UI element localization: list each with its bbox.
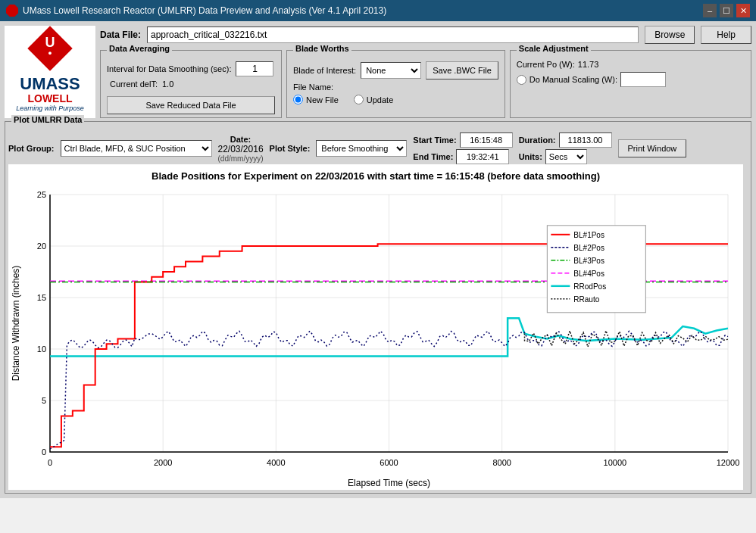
manual-scale-input[interactable] — [620, 72, 666, 87]
blade-worths-title: Blade Worths — [293, 44, 351, 53]
minimize-button[interactable]: – — [703, 4, 717, 17]
current-po-value: 11.73 — [578, 60, 599, 69]
data-averaging-title: Data Averaging — [107, 44, 172, 53]
scale-adjustment-title: Scale Adjustment — [517, 44, 591, 53]
current-po-label: Current Po (W): — [517, 60, 575, 69]
start-time-input[interactable] — [460, 132, 513, 148]
duration-input[interactable] — [559, 132, 612, 148]
app-icon — [6, 5, 18, 17]
new-file-radio[interactable] — [293, 95, 303, 104]
maximize-button[interactable]: ☐ — [720, 4, 733, 17]
save-bwc-button[interactable]: Save .BWC File — [426, 61, 498, 79]
update-label: Update — [367, 95, 393, 104]
update-radio[interactable] — [354, 95, 364, 104]
current-delt-label: Current delT: — [110, 79, 158, 89]
blade-of-interest-label: Blade of Interest: — [293, 66, 356, 75]
data-averaging-panel: Data Averaging Interval for Data Smoothi… — [100, 50, 282, 118]
browse-button[interactable]: Browse — [645, 26, 695, 44]
svg-rect-0 — [6, 5, 18, 17]
do-manual-label: Do Manual Scaling (W): — [530, 75, 617, 84]
interval-input[interactable] — [236, 61, 273, 76]
plot-section: Plot UMLRR Data Plot Group: Ctrl Blade, … — [5, 121, 751, 494]
logo-lowell: LOWELL — [27, 92, 72, 104]
file-name-label: File Name: — [293, 83, 333, 92]
logo-tagline: Learning with Purpose — [16, 104, 84, 112]
logo-area: U ● UMASS LOWELL Learning with Purpose — [5, 26, 95, 118]
data-file-input[interactable] — [147, 26, 639, 43]
new-file-label: New File — [306, 95, 339, 104]
plot-style-dropdown[interactable]: Before Smoothing — [316, 140, 407, 157]
blade-worths-panel: Blade Worths Blade of Interest: None Sav… — [286, 50, 505, 118]
data-file-label: Data File: — [100, 30, 141, 40]
units-label: Units: — [519, 152, 542, 161]
date-value: 22/03/2016 — [218, 144, 264, 154]
plot-group-dropdown[interactable]: Ctrl Blade, MFD, & SUC Position — [61, 140, 212, 157]
start-time-label: Start Time: — [413, 136, 456, 145]
blade-of-interest-dropdown[interactable]: None — [361, 62, 421, 79]
units-dropdown[interactable]: Secs — [545, 149, 587, 164]
scale-adjustment-panel: Scale Adjustment Current Po (W): 11.73 D… — [510, 50, 751, 118]
save-reduced-button[interactable]: Save Reduced Data File — [107, 96, 275, 114]
current-delt-value: 1.0 — [162, 79, 173, 89]
print-window-button[interactable]: Print Window — [618, 139, 687, 157]
end-time-label: End Time: — [413, 152, 453, 161]
window-title: UMass Lowell Research Reactor (UMLRR) Da… — [23, 5, 386, 16]
plot-group-label: Plot Group: — [8, 144, 55, 153]
plot-section-title: Plot UMLRR Data — [11, 115, 84, 124]
help-button[interactable]: Help — [701, 26, 751, 44]
date-label: Date: — [230, 135, 251, 144]
close-button[interactable]: ✕ — [736, 4, 750, 17]
end-time-input[interactable] — [456, 149, 509, 164]
do-manual-radio[interactable] — [517, 75, 526, 85]
title-bar: UMass Lowell Research Reactor (UMLRR) Da… — [0, 0, 756, 21]
duration-label: Duration: — [519, 136, 556, 145]
chart-canvas — [8, 164, 743, 490]
plot-style-label: Plot Style: — [270, 144, 311, 153]
logo-umass: UMASS — [20, 76, 80, 92]
date-format: (dd/mm/yyyy) — [218, 154, 264, 163]
interval-label: Interval for Data Smoothing (sec): — [107, 64, 231, 73]
